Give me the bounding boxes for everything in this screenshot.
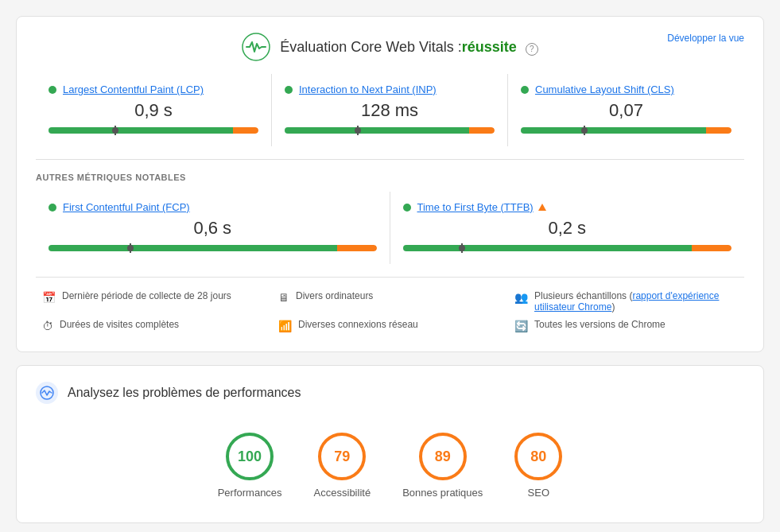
- score-circle-best-practices: 89: [419, 433, 467, 480]
- score-performances: 100 Performances: [218, 433, 282, 499]
- metric-inp-value: 128 ms: [285, 100, 495, 121]
- metric-ttfb: Time to First Byte (TTFB) 0,2 s: [390, 192, 745, 264]
- main-metrics-grid: Largest Contentful Paint (LCP) 0,9 s Int…: [36, 74, 744, 146]
- metric-inp: Interaction to Next Paint (INP) 128 ms: [272, 74, 508, 146]
- info-grid: 📅 Dernière période de collecte de 28 jou…: [36, 277, 744, 336]
- dot-inp: [285, 86, 293, 94]
- other-metrics-label: AUTRES MÉTRIQUES NOTABLES: [36, 173, 744, 182]
- metric-cls-bar: [521, 127, 731, 134]
- info-samples: 👥 Plusieurs échantillons (rapport d'expé…: [508, 287, 744, 316]
- score-label-seo: SEO: [528, 487, 549, 499]
- network-icon: 📶: [278, 320, 292, 332]
- expand-button[interactable]: Développer la vue: [667, 33, 744, 44]
- info-devices-text: Divers ordinateurs: [296, 290, 373, 301]
- score-circle-seo: 80: [514, 433, 562, 480]
- analysis-title: Analysez les problèmes de performances: [68, 386, 301, 400]
- score-label-best-practices: Bonnes pratiques: [402, 487, 483, 499]
- metric-ttfb-bar: [403, 245, 732, 251]
- score-label-performances: Performances: [218, 487, 282, 499]
- score-circle-accessibility: 79: [318, 433, 366, 480]
- other-metrics-grid: First Contentful Paint (FCP) 0,6 s Time …: [36, 192, 744, 264]
- metric-ttfb-value: 0,2 s: [403, 218, 732, 239]
- info-samples-text: Plusieurs échantillons (rapport d'expéri…: [534, 290, 738, 313]
- analysis-header: Analysez les problèmes de performances: [36, 382, 744, 404]
- score-value-seo: 80: [530, 449, 546, 465]
- metric-fcp-bar: [49, 245, 377, 251]
- metric-inp-link[interactable]: Interaction to Next Paint (INP): [299, 83, 437, 95]
- scores-grid: 100 Performances 79 Accessibilité 89 Bon…: [36, 417, 744, 507]
- score-accessibility: 79 Accessibilité: [314, 433, 371, 499]
- dot-ttfb: [403, 204, 411, 212]
- cwv-card: Évaluation Core Web Vitals :réussite ? D…: [16, 16, 764, 352]
- metric-lcp-value: 0,9 s: [49, 100, 258, 121]
- triangle-warning-icon: [538, 204, 546, 211]
- info-connections-text: Diverses connexions réseau: [298, 319, 418, 330]
- users-icon: 👥: [514, 291, 528, 304]
- metric-lcp-link[interactable]: Largest Contentful Paint (LCP): [63, 83, 204, 95]
- score-value-performances: 100: [238, 449, 262, 465]
- info-period-text: Dernière période de collecte de 28 jours: [62, 290, 231, 301]
- cwv-header: Évaluation Core Web Vitals :réussite ? D…: [36, 33, 744, 61]
- metric-lcp: Largest Contentful Paint (LCP) 0,9 s: [36, 74, 272, 146]
- calendar-icon: 📅: [42, 291, 56, 304]
- info-chrome: 🔄 Toutes les versions de Chrome: [508, 316, 744, 336]
- metric-lcp-label: Largest Contentful Paint (LCP): [49, 83, 258, 95]
- metric-fcp-label: First Contentful Paint (FCP): [49, 201, 377, 213]
- dot-fcp: [49, 204, 56, 212]
- desktop-icon: 🖥: [278, 291, 289, 304]
- info-duration-text: Durées de visites complètes: [60, 319, 179, 330]
- dot-cls: [521, 86, 529, 94]
- metric-cls-value: 0,07: [521, 100, 731, 121]
- metric-lcp-bar: [49, 127, 258, 134]
- help-icon[interactable]: ?: [526, 43, 538, 56]
- metric-fcp-value: 0,6 s: [49, 218, 377, 239]
- metric-fcp: First Contentful Paint (FCP) 0,6 s: [36, 192, 390, 264]
- score-value-accessibility: 79: [334, 449, 350, 465]
- metric-ttfb-label: Time to First Byte (TTFB): [403, 201, 732, 213]
- score-best-practices: 89 Bonnes pratiques: [402, 433, 483, 499]
- score-seo: 80 SEO: [514, 433, 562, 499]
- score-value-best-practices: 89: [435, 449, 451, 465]
- dot-lcp: [49, 86, 56, 94]
- timer-icon: ⏱: [42, 320, 53, 332]
- vital-icon: [242, 33, 270, 61]
- info-connections: 📶 Diverses connexions réseau: [272, 316, 508, 336]
- chrome-icon: 🔄: [514, 320, 528, 332]
- metric-inp-bar: [285, 127, 495, 134]
- info-devices: 🖥 Divers ordinateurs: [272, 287, 508, 316]
- analysis-card: Analysez les problèmes de performances 1…: [16, 365, 764, 523]
- metric-fcp-link[interactable]: First Contentful Paint (FCP): [63, 201, 190, 213]
- metric-cls: Cumulative Layout Shift (CLS) 0,07: [508, 74, 744, 146]
- metric-cls-link[interactable]: Cumulative Layout Shift (CLS): [535, 83, 674, 95]
- info-chrome-text: Toutes les versions de Chrome: [534, 319, 666, 330]
- metric-cls-label: Cumulative Layout Shift (CLS): [521, 83, 731, 95]
- metric-inp-label: Interaction to Next Paint (INP): [285, 83, 495, 95]
- score-label-accessibility: Accessibilité: [314, 487, 371, 499]
- cwv-title: Évaluation Core Web Vitals :réussite ?: [280, 39, 538, 56]
- info-period: 📅 Dernière période de collecte de 28 jou…: [36, 287, 272, 316]
- analysis-icon: [36, 382, 58, 404]
- chrome-report-link[interactable]: rapport d'expérience utilisateur Chrome: [534, 290, 719, 313]
- score-circle-performances: 100: [226, 433, 274, 480]
- metric-ttfb-link[interactable]: Time to First Byte (TTFB): [417, 201, 534, 213]
- info-duration: ⏱ Durées de visites complètes: [36, 316, 272, 336]
